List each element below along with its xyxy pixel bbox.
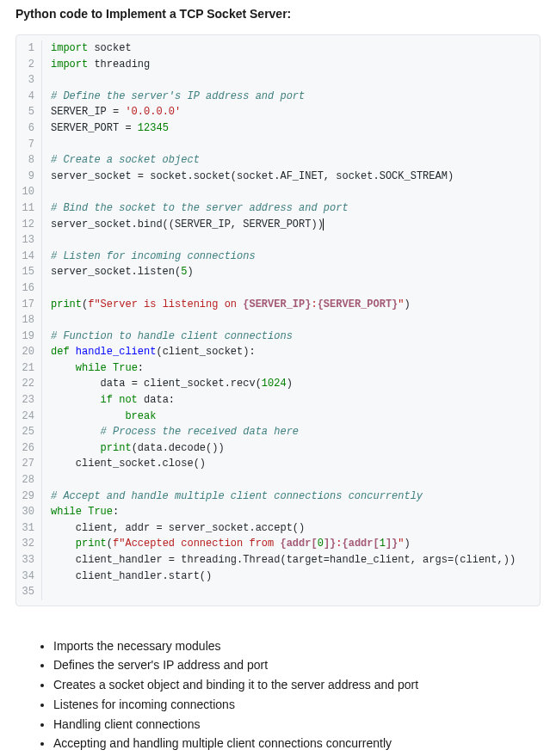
list-item: Imports the necessary modules (53, 637, 541, 656)
code-line: 21 while True: (16, 360, 540, 377)
code-line: 30while True: (16, 504, 540, 520)
code-content (42, 232, 51, 249)
code-line: 26 print(data.decode()) (16, 440, 540, 457)
code-line: 35 (16, 584, 540, 600)
code-content: client_socket.close() (42, 456, 206, 472)
code-line: 20def handle_client(client_socket): (16, 344, 540, 360)
code-content (42, 312, 51, 329)
code-line: 18 (16, 312, 540, 329)
line-number: 3 (16, 72, 42, 89)
code-content (42, 280, 51, 297)
page-title: Python code to Implement a TCP Socket Se… (15, 7, 541, 21)
line-number: 33 (16, 552, 42, 569)
code-content: if not data: (42, 392, 175, 409)
code-content: SERVER_PORT = 12345 (42, 120, 169, 137)
line-number: 29 (16, 489, 42, 505)
code-content: server_socket = socket.socket(socket.AF_… (42, 169, 454, 185)
code-content: client_handler = threading.Thread(target… (42, 552, 516, 569)
line-number: 23 (16, 392, 42, 409)
line-number: 5 (16, 104, 42, 120)
code-content (42, 72, 51, 89)
line-number: 21 (16, 360, 42, 377)
list-item: Accepting and handling multiple client c… (53, 734, 541, 753)
line-number: 13 (16, 232, 42, 249)
line-number: 18 (16, 312, 42, 329)
code-content (42, 584, 51, 600)
code-content: print(data.decode()) (42, 440, 225, 457)
code-content: SERVER_IP = '0.0.0.0' (42, 104, 181, 120)
code-line: 16 (16, 280, 540, 297)
code-content: data = client_socket.recv(1024) (42, 376, 293, 392)
code-content (42, 472, 51, 489)
line-number: 26 (16, 440, 42, 457)
list-item: Creates a socket object and binding it t… (53, 676, 541, 695)
code-line: 8# Create a socket object (16, 152, 540, 169)
code-line: 13 (16, 232, 540, 249)
code-line: 22 data = client_socket.recv(1024) (16, 376, 540, 392)
line-number: 17 (16, 297, 42, 313)
code-content: # Create a socket object (42, 152, 200, 169)
code-content: import socket (42, 40, 132, 57)
code-line: 23 if not data: (16, 392, 540, 409)
list-item: Handling client connections (53, 716, 541, 734)
code-line: 12server_socket.bind((SERVER_IP, SERVER_… (16, 217, 540, 233)
code-content (42, 184, 51, 200)
line-number: 19 (16, 329, 42, 345)
line-number: 9 (16, 169, 42, 185)
code-block: 1import socket2import threading34# Defin… (15, 34, 541, 606)
code-line: 24 break (16, 409, 540, 425)
code-line: 17print(f"Server is listening on {SERVER… (16, 297, 540, 313)
code-content: # Bind the socket to the server address … (42, 200, 349, 217)
line-number: 16 (16, 280, 42, 297)
code-content: client, addr = server_socket.accept() (42, 520, 305, 537)
list-item: Defines the server's IP address and port (53, 656, 541, 675)
code-content: # Define the server's IP address and por… (42, 89, 305, 105)
line-number: 7 (16, 137, 42, 153)
line-number: 35 (16, 584, 42, 600)
code-line: 15server_socket.listen(5) (16, 264, 540, 280)
line-number: 1 (16, 40, 42, 57)
code-content: # Process the received data here (42, 424, 299, 440)
line-number: 8 (16, 152, 42, 169)
line-number: 34 (16, 569, 42, 585)
code-line: 11# Bind the socket to the server addres… (16, 200, 540, 217)
code-line: 1import socket (16, 40, 540, 57)
code-line: 5SERVER_IP = '0.0.0.0' (16, 104, 540, 120)
code-line: 7 (16, 137, 540, 153)
code-line: 27 client_socket.close() (16, 456, 540, 472)
code-line: 10 (16, 184, 540, 200)
line-number: 31 (16, 520, 42, 537)
code-content: print(f"Accepted connection from {addr[0… (42, 536, 411, 552)
code-line: 28 (16, 472, 540, 489)
line-number: 25 (16, 424, 42, 440)
code-line: 33 client_handler = threading.Thread(tar… (16, 552, 540, 569)
code-content (42, 137, 51, 153)
line-number: 27 (16, 456, 42, 472)
line-number: 28 (16, 472, 42, 489)
code-content: # Listen for incoming connections (42, 249, 256, 265)
code-content: import threading (42, 57, 150, 73)
line-number: 20 (16, 344, 42, 360)
code-line: 3 (16, 72, 540, 89)
line-number: 14 (16, 249, 42, 265)
line-number: 24 (16, 409, 42, 425)
line-number: 6 (16, 120, 42, 137)
code-content: # Accept and handle multiple client conn… (42, 489, 423, 505)
code-line: 4# Define the server's IP address and po… (16, 89, 540, 105)
code-content: def handle_client(client_socket): (42, 344, 256, 360)
summary-bullets: Imports the necessary modulesDefines the… (38, 637, 541, 753)
code-line: 14# Listen for incoming connections (16, 249, 540, 265)
line-number: 12 (16, 217, 42, 233)
code-line: 6SERVER_PORT = 12345 (16, 120, 540, 137)
code-line: 25 # Process the received data here (16, 424, 540, 440)
line-number: 4 (16, 89, 42, 105)
line-number: 22 (16, 376, 42, 392)
code-line: 29# Accept and handle multiple client co… (16, 489, 540, 505)
list-item: Listenes for incoming connections (53, 696, 541, 715)
code-line: 19# Function to handle client connection… (16, 329, 540, 345)
code-content: client_handler.start() (42, 569, 212, 585)
code-content: break (42, 409, 156, 425)
code-content: while True: (42, 504, 119, 520)
code-content: while True: (42, 360, 144, 377)
line-number: 32 (16, 536, 42, 552)
